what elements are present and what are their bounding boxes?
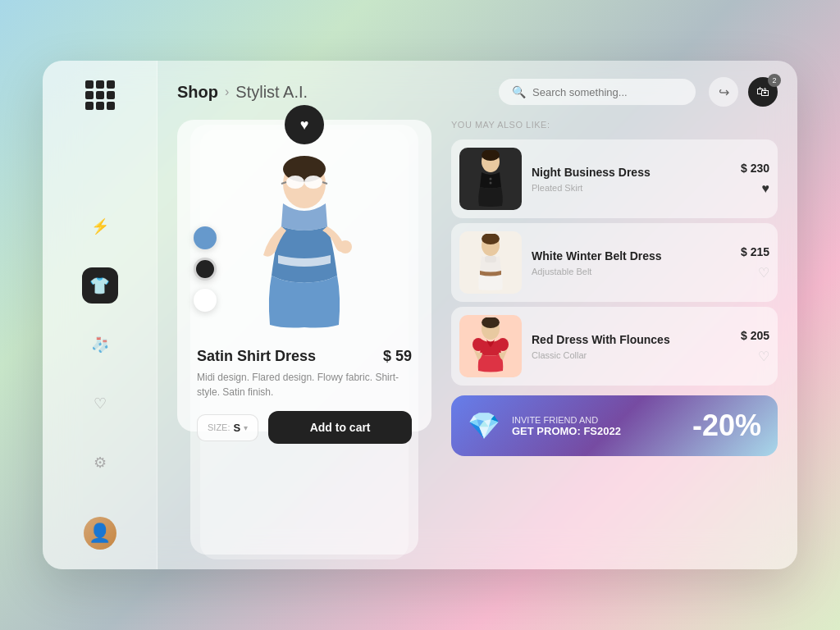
rec-info-red-dress: Red Dress With Flounces Classic Collar xyxy=(532,332,731,359)
white-dress-figure xyxy=(466,234,515,291)
color-swatches xyxy=(194,226,217,312)
sidebar-item-lightning[interactable]: ⚡ xyxy=(82,208,118,244)
right-panel: YOU MAY ALSO LIKE: xyxy=(451,120,778,550)
rec-info-night-dress: Night Business Dress Pleated Skirt xyxy=(532,165,731,192)
sidebar-item-favorites[interactable]: ♡ xyxy=(82,386,118,422)
size-value: S xyxy=(234,422,241,434)
promo-discount: -20% xyxy=(692,409,761,443)
sidebar-item-shirt[interactable]: 👕 xyxy=(82,267,118,304)
product-card: ♥ xyxy=(177,120,431,431)
color-swatch-blue[interactable] xyxy=(194,226,217,249)
rec-item-night-dress: Night Business Dress Pleated Skirt $ 230… xyxy=(451,139,778,218)
breadcrumb-separator: › xyxy=(225,84,229,99)
main-content: Shop › Stylist A.I. 🔍 ↪ 🛍 2 xyxy=(158,61,797,569)
product-image xyxy=(222,153,386,341)
product-title-price: Satin Shirt Dress $ 59 xyxy=(197,348,412,365)
rec-sub-night-dress: Pleated Skirt xyxy=(532,183,731,193)
rec-name-white-dress: White Winter Belt Dress xyxy=(532,249,731,263)
rec-price-fav-red-dress: $ 205 ♡ xyxy=(741,329,769,364)
svg-point-17 xyxy=(472,338,484,351)
rec-item-red-dress: Red Dress With Flounces Classic Collar $… xyxy=(451,307,778,386)
size-arrow-icon: ▾ xyxy=(244,423,248,432)
search-bar: 🔍 xyxy=(499,79,696,105)
share-button[interactable]: ↪ xyxy=(709,77,738,107)
sidebar-item-settings[interactable]: ⚙ xyxy=(82,445,118,481)
rec-image-night-dress xyxy=(459,148,522,210)
breadcrumb-current: Stylist A.I. xyxy=(235,83,308,102)
red-dress-figure xyxy=(466,317,515,375)
svg-point-11 xyxy=(490,182,492,185)
cart-button[interactable]: 🛍 2 xyxy=(748,77,778,107)
rec-name-red-dress: Red Dress With Flounces xyxy=(532,332,731,347)
product-price: $ 59 xyxy=(383,348,412,365)
rec-price-white-dress: $ 215 xyxy=(741,245,769,258)
svg-rect-14 xyxy=(485,256,496,262)
night-dress-figure xyxy=(466,150,515,208)
recommendations-label: YOU MAY ALSO LIKE: xyxy=(451,120,778,130)
color-swatch-black[interactable] xyxy=(194,258,217,281)
rec-price-fav-night-dress: $ 230 ♥ xyxy=(741,162,769,196)
promo-gem-icon: 💎 xyxy=(468,410,500,441)
svg-point-2 xyxy=(286,176,304,189)
recommendation-list: Night Business Dress Pleated Skirt $ 230… xyxy=(451,139,778,386)
rec-image-red-dress xyxy=(459,315,522,377)
breadcrumb: Shop › Stylist A.I. xyxy=(177,83,486,102)
header: Shop › Stylist A.I. 🔍 ↪ 🛍 2 xyxy=(158,61,797,120)
promo-banner[interactable]: 💎 INVITE FRIEND AND GET PROMO: FS2022 -2… xyxy=(451,395,778,456)
product-figure-svg xyxy=(231,153,378,341)
svg-point-10 xyxy=(490,178,492,180)
size-selector[interactable]: SIZE: S ▾ xyxy=(197,414,258,441)
add-to-cart-button[interactable]: Add to cart xyxy=(268,411,412,444)
rec-fav-white-dress[interactable]: ♡ xyxy=(758,265,769,281)
rec-fav-night-dress[interactable]: ♥ xyxy=(762,181,770,196)
rec-sub-red-dress: Classic Collar xyxy=(532,350,731,360)
sidebar-item-accessories[interactable]: 🧦 xyxy=(82,326,118,363)
size-label: SIZE: xyxy=(208,422,231,432)
svg-point-7 xyxy=(339,240,352,253)
rec-item-white-dress: White Winter Belt Dress Adjustable Belt … xyxy=(451,223,778,302)
promo-line1: INVITE FRIEND AND xyxy=(512,415,681,425)
rec-name-night-dress: Night Business Dress xyxy=(532,165,731,180)
rec-price-fav-white-dress: $ 215 ♡ xyxy=(741,245,769,281)
svg-point-18 xyxy=(497,338,509,351)
product-actions: SIZE: S ▾ Add to cart xyxy=(197,411,412,444)
cart-badge: 2 xyxy=(768,74,781,87)
breadcrumb-shop[interactable]: Shop xyxy=(177,83,218,102)
svg-point-3 xyxy=(304,176,322,189)
promo-text: INVITE FRIEND AND GET PROMO: FS2022 xyxy=(512,415,681,437)
avatar[interactable] xyxy=(84,517,116,550)
rec-fav-red-dress[interactable]: ♡ xyxy=(758,349,769,364)
rec-price-night-dress: $ 230 xyxy=(741,162,769,175)
sidebar-nav: ⚡ 👕 🧦 ♡ ⚙ xyxy=(82,143,118,517)
color-swatch-white[interactable] xyxy=(194,289,217,312)
sidebar: ⚡ 👕 🧦 ♡ ⚙ xyxy=(43,61,158,569)
search-icon: 🔍 xyxy=(512,85,526,98)
header-actions: ↪ 🛍 2 xyxy=(709,77,778,107)
app-window: ⚡ 👕 🧦 ♡ ⚙ Shop › Stylist A.I. 🔍 ↪ 🛍 xyxy=(43,61,797,569)
grid-icon[interactable] xyxy=(85,80,115,110)
rec-price-red-dress: $ 205 xyxy=(741,329,769,342)
rec-sub-white-dress: Adjustable Belt xyxy=(532,267,731,276)
rec-info-white-dress: White Winter Belt Dress Adjustable Belt xyxy=(532,249,731,276)
promo-line2: GET PROMO: FS2022 xyxy=(512,425,681,437)
product-favorite-button[interactable]: ♥ xyxy=(285,105,324,144)
product-title: Satin Shirt Dress xyxy=(197,348,316,365)
product-description: Midi design. Flared design. Flowy fabric… xyxy=(197,370,412,399)
product-info: Satin Shirt Dress $ 59 Midi design. Flar… xyxy=(194,341,415,444)
product-card-area: ♥ xyxy=(177,120,431,550)
rec-image-white-dress xyxy=(459,231,522,294)
search-input[interactable] xyxy=(532,86,672,98)
content-area: ♥ xyxy=(158,120,797,569)
